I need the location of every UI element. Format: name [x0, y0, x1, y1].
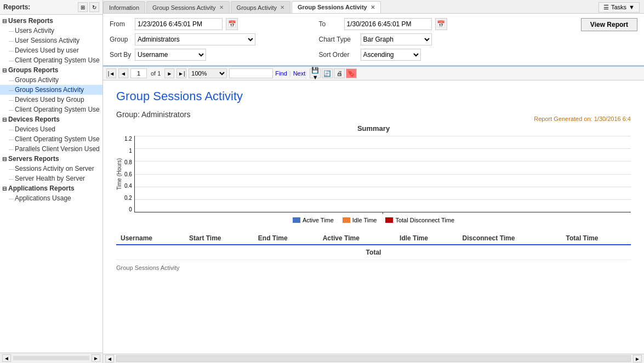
tab-groups-activity[interactable]: Groups Activity ✕ — [231, 1, 290, 13]
sidebar-item-server-health[interactable]: Server Health by Server — [0, 174, 102, 183]
to-input[interactable] — [344, 18, 432, 30]
sidebar-refresh-icon[interactable]: ↻ — [89, 2, 99, 12]
group-label: Group — [110, 36, 132, 43]
sidebar-item-apps-usage[interactable]: Applications Usage — [0, 193, 102, 203]
filter-bar: From 📅 Group Administrators Sort By Use — [103, 14, 644, 66]
report-toolbar: |◄ ◄ of 1 ► ►| 100% 75% 150% Find | Next… — [103, 67, 644, 80]
toolbar-export-btn[interactable]: 💾▼ — [310, 68, 321, 78]
from-input[interactable] — [135, 18, 223, 30]
sidebar-item-client-os-devices[interactable]: Client Operating System Use — [0, 134, 102, 144]
filter-col-middle: To 📅 Chart Type Bar Graph Line Graph Pie… — [319, 18, 525, 61]
y-label-04: 0.4 — [124, 183, 132, 189]
chart-wrapper: Time (Hours) 1.2 1 0.8 0.6 0.4 0.2 0 — [116, 136, 631, 212]
sidebar-item-group-sessions[interactable]: Group Sessions Activity — [0, 85, 102, 95]
legend-idle-color — [343, 217, 350, 223]
tasks-button[interactable]: ☰ Tasks ▼ — [599, 2, 640, 13]
chart-plot — [134, 136, 631, 212]
report-title: Group Sessions Activity — [116, 89, 631, 103]
sidebar-scrollbar[interactable] — [13, 356, 89, 360]
sidebar-item-devices-used[interactable]: Devices Used — [0, 124, 102, 134]
sidebar-group-apps[interactable]: Applications Reports — [0, 183, 102, 193]
tasks-label: Tasks — [611, 4, 626, 10]
sidebar-item-devices-by-user[interactable]: Devices Used by user — [0, 45, 102, 55]
total-cell: Total — [116, 245, 631, 260]
toolbar-first-btn[interactable]: |◄ — [106, 68, 116, 78]
th-idle-time: Idle Time — [395, 232, 458, 245]
sidebar-item-users-activity[interactable]: Users Activity — [0, 26, 102, 36]
toolbar-next-btn-text[interactable]: Next — [293, 70, 306, 77]
tabs-bar: Information Group Sessions Activity ✕ Gr… — [103, 0, 644, 14]
chart-legend: Active Time Idle Time Total Disconnect T… — [116, 217, 631, 223]
toolbar-prev-btn[interactable]: ◄ — [118, 68, 128, 78]
toolbar-refresh-btn[interactable]: 🔄 — [322, 68, 333, 78]
report-area[interactable]: Group Sessions Activity Group: Administr… — [103, 80, 644, 354]
th-end-time: End Time — [254, 232, 318, 245]
toolbar-search-input[interactable] — [229, 68, 273, 78]
toolbar-separator1: | — [289, 70, 291, 77]
tab-group-sessions-2[interactable]: Group Sessions Activity ✕ — [292, 1, 381, 13]
legend-disconnect-color — [385, 217, 393, 223]
tab-group-sessions-1-close[interactable]: ✕ — [219, 4, 224, 10]
filter-col-left: From 📅 Group Administrators Sort By Use — [110, 18, 316, 61]
sidebar-item-parallels-client[interactable]: Parallels Client Version Used — [0, 144, 102, 154]
from-label: From — [110, 20, 132, 28]
toolbar-zoom-select[interactable]: 100% 75% 150% — [189, 68, 227, 78]
sidebar-grid-icon[interactable]: ⊞ — [78, 2, 88, 12]
toolbar-find-btn[interactable]: Find — [275, 70, 287, 77]
th-total-time: Total Time — [561, 232, 631, 245]
sidebar-item-sessions-server[interactable]: Sessions Activity on Server — [0, 164, 102, 174]
toolbar-next-btn[interactable]: ► — [164, 68, 174, 78]
sidebar-group-users[interactable]: Users Reports — [0, 16, 102, 26]
tasks-area: ☰ Tasks ▼ — [594, 1, 644, 13]
from-calendar-button[interactable]: 📅 — [226, 18, 238, 30]
sidebar-group-devices[interactable]: Devices Reports — [0, 114, 102, 124]
th-disconnect-time: Disconnect Time — [458, 232, 562, 245]
view-report-button[interactable]: View Report — [581, 18, 637, 31]
tab-information[interactable]: Information — [103, 1, 145, 13]
y-axis-title: Time (Hours) — [116, 158, 122, 190]
tasks-chevron-icon: ▼ — [629, 4, 635, 10]
tab-group-sessions-1[interactable]: Group Sessions Activity ✕ — [146, 1, 230, 13]
sidebar-group-groups[interactable]: Groups Reports — [0, 65, 102, 75]
to-calendar-button[interactable]: 📅 — [435, 18, 447, 30]
bottom-scroll-left[interactable]: ◄ — [105, 355, 114, 362]
y-label-12: 1.2 — [124, 136, 132, 142]
legend-active-time: Active Time — [293, 217, 334, 223]
bottom-bar: ◄ ► — [103, 354, 644, 363]
gridline-5 — [135, 187, 631, 187]
tab-group-sessions-2-close[interactable]: ✕ — [371, 4, 375, 10]
sidebar-header-label: Reports: — [3, 3, 76, 11]
sidebar: Reports: ⊞ ↻ Users Reports Users Activit… — [0, 0, 103, 363]
sidebar-item-user-sessions[interactable]: User Sessions Activity — [0, 36, 102, 45]
y-label-0: 0 — [129, 206, 132, 212]
app-container: Reports: ⊞ ↻ Users Reports Users Activit… — [0, 0, 644, 363]
sortby-select[interactable]: Username Start Time End Time — [135, 49, 206, 61]
legend-active-label: Active Time — [303, 217, 334, 223]
sidebar-item-groups-activity[interactable]: Groups Activity — [0, 75, 102, 85]
report-table: Username Start Time End Time Active Time… — [116, 232, 631, 260]
gridline-3 — [135, 161, 631, 162]
gridline-2 — [135, 148, 631, 149]
sidebar-scroll-right[interactable]: ► — [92, 354, 100, 362]
th-active-time: Active Time — [318, 232, 395, 245]
toolbar-last-btn[interactable]: ►| — [176, 68, 186, 78]
tab-groups-activity-label: Groups Activity — [237, 4, 277, 11]
sortorder-select[interactable]: Ascending Descending — [361, 49, 421, 61]
sidebar-item-client-os-group[interactable]: Client Operating System Use — [0, 105, 102, 114]
toolbar-page-input[interactable] — [130, 68, 147, 78]
bottom-scroll-right[interactable]: ► — [633, 355, 642, 362]
table-header-row: Username Start Time End Time Active Time… — [116, 232, 631, 245]
group-select[interactable]: Administrators — [135, 33, 255, 45]
charttype-select[interactable]: Bar Graph Line Graph Pie Chart — [361, 33, 432, 45]
sidebar-item-devices-by-group[interactable]: Devices Used by Group — [0, 95, 102, 105]
sidebar-tree: Users Reports Users Activity User Sessio… — [0, 15, 102, 353]
sidebar-item-client-os-user[interactable]: Client Operating System Use — [0, 55, 102, 65]
tab-groups-activity-close[interactable]: ✕ — [280, 4, 284, 10]
to-label: To — [319, 20, 341, 28]
toolbar-bookmark-btn[interactable]: 🔖 — [346, 68, 357, 78]
sidebar-scroll-left[interactable]: ◄ — [2, 354, 11, 362]
filter-row-from: From 📅 — [110, 18, 316, 30]
sidebar-group-servers[interactable]: Servers Reports — [0, 154, 102, 164]
toolbar-print-btn[interactable]: 🖨 — [334, 68, 345, 78]
bottom-scrollbar[interactable] — [116, 355, 631, 362]
